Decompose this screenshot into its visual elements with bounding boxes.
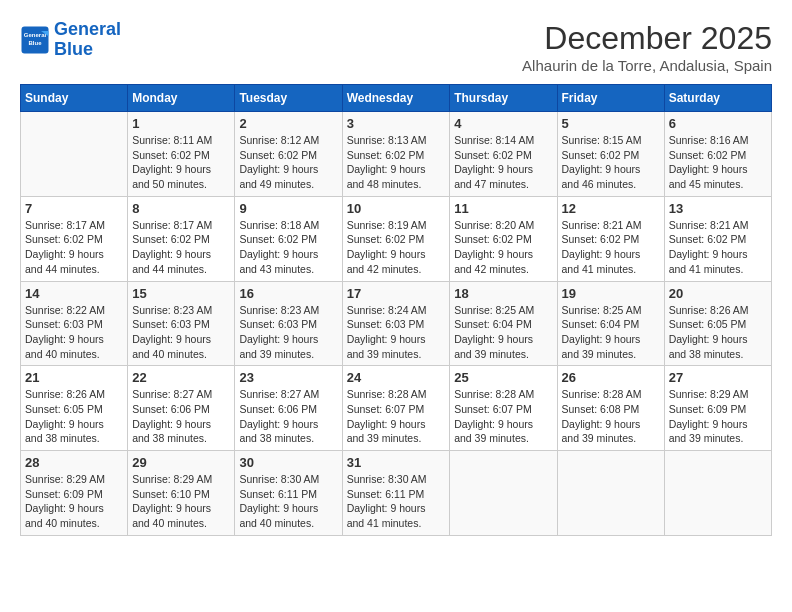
day-info: Sunrise: 8:24 AM Sunset: 6:03 PM Dayligh… — [347, 303, 446, 362]
weekday-header-tuesday: Tuesday — [235, 85, 342, 112]
day-info: Sunrise: 8:28 AM Sunset: 6:08 PM Dayligh… — [562, 387, 660, 446]
day-number: 8 — [132, 201, 230, 216]
day-number: 16 — [239, 286, 337, 301]
day-number: 9 — [239, 201, 337, 216]
day-number: 6 — [669, 116, 767, 131]
day-cell: 26Sunrise: 8:28 AM Sunset: 6:08 PM Dayli… — [557, 366, 664, 451]
day-cell: 12Sunrise: 8:21 AM Sunset: 6:02 PM Dayli… — [557, 196, 664, 281]
day-number: 25 — [454, 370, 552, 385]
logo-line2: Blue — [54, 39, 93, 59]
day-number: 7 — [25, 201, 123, 216]
day-number: 22 — [132, 370, 230, 385]
day-info: Sunrise: 8:17 AM Sunset: 6:02 PM Dayligh… — [132, 218, 230, 277]
day-cell: 20Sunrise: 8:26 AM Sunset: 6:05 PM Dayli… — [664, 281, 771, 366]
day-cell: 23Sunrise: 8:27 AM Sunset: 6:06 PM Dayli… — [235, 366, 342, 451]
day-info: Sunrise: 8:28 AM Sunset: 6:07 PM Dayligh… — [454, 387, 552, 446]
weekday-header-thursday: Thursday — [450, 85, 557, 112]
day-cell: 2Sunrise: 8:12 AM Sunset: 6:02 PM Daylig… — [235, 112, 342, 197]
logo-icon: General Blue — [20, 25, 50, 55]
week-row-5: 28Sunrise: 8:29 AM Sunset: 6:09 PM Dayli… — [21, 451, 772, 536]
day-info: Sunrise: 8:28 AM Sunset: 6:07 PM Dayligh… — [347, 387, 446, 446]
day-cell: 4Sunrise: 8:14 AM Sunset: 6:02 PM Daylig… — [450, 112, 557, 197]
day-number: 19 — [562, 286, 660, 301]
day-number: 31 — [347, 455, 446, 470]
svg-text:General: General — [24, 32, 47, 38]
logo-line1: General — [54, 19, 121, 39]
day-cell: 15Sunrise: 8:23 AM Sunset: 6:03 PM Dayli… — [128, 281, 235, 366]
day-info: Sunrise: 8:23 AM Sunset: 6:03 PM Dayligh… — [239, 303, 337, 362]
weekday-header-saturday: Saturday — [664, 85, 771, 112]
day-cell: 6Sunrise: 8:16 AM Sunset: 6:02 PM Daylig… — [664, 112, 771, 197]
day-cell: 1Sunrise: 8:11 AM Sunset: 6:02 PM Daylig… — [128, 112, 235, 197]
day-info: Sunrise: 8:19 AM Sunset: 6:02 PM Dayligh… — [347, 218, 446, 277]
month-title: December 2025 — [522, 20, 772, 57]
location: Alhaurin de la Torre, Andalusia, Spain — [522, 57, 772, 74]
day-info: Sunrise: 8:30 AM Sunset: 6:11 PM Dayligh… — [239, 472, 337, 531]
day-info: Sunrise: 8:29 AM Sunset: 6:09 PM Dayligh… — [25, 472, 123, 531]
day-cell: 31Sunrise: 8:30 AM Sunset: 6:11 PM Dayli… — [342, 451, 450, 536]
day-cell: 16Sunrise: 8:23 AM Sunset: 6:03 PM Dayli… — [235, 281, 342, 366]
day-number: 26 — [562, 370, 660, 385]
day-number: 3 — [347, 116, 446, 131]
day-cell — [21, 112, 128, 197]
day-cell: 10Sunrise: 8:19 AM Sunset: 6:02 PM Dayli… — [342, 196, 450, 281]
day-cell: 5Sunrise: 8:15 AM Sunset: 6:02 PM Daylig… — [557, 112, 664, 197]
day-cell — [450, 451, 557, 536]
title-section: December 2025 Alhaurin de la Torre, Anda… — [522, 20, 772, 74]
day-info: Sunrise: 8:11 AM Sunset: 6:02 PM Dayligh… — [132, 133, 230, 192]
day-number: 1 — [132, 116, 230, 131]
day-cell: 7Sunrise: 8:17 AM Sunset: 6:02 PM Daylig… — [21, 196, 128, 281]
day-info: Sunrise: 8:21 AM Sunset: 6:02 PM Dayligh… — [562, 218, 660, 277]
day-number: 21 — [25, 370, 123, 385]
weekday-header-monday: Monday — [128, 85, 235, 112]
svg-text:Blue: Blue — [28, 40, 42, 46]
day-info: Sunrise: 8:12 AM Sunset: 6:02 PM Dayligh… — [239, 133, 337, 192]
day-cell: 28Sunrise: 8:29 AM Sunset: 6:09 PM Dayli… — [21, 451, 128, 536]
week-row-2: 7Sunrise: 8:17 AM Sunset: 6:02 PM Daylig… — [21, 196, 772, 281]
day-number: 30 — [239, 455, 337, 470]
day-cell: 19Sunrise: 8:25 AM Sunset: 6:04 PM Dayli… — [557, 281, 664, 366]
day-info: Sunrise: 8:14 AM Sunset: 6:02 PM Dayligh… — [454, 133, 552, 192]
day-number: 29 — [132, 455, 230, 470]
day-cell — [664, 451, 771, 536]
day-info: Sunrise: 8:21 AM Sunset: 6:02 PM Dayligh… — [669, 218, 767, 277]
day-number: 15 — [132, 286, 230, 301]
day-info: Sunrise: 8:18 AM Sunset: 6:02 PM Dayligh… — [239, 218, 337, 277]
day-number: 2 — [239, 116, 337, 131]
day-number: 12 — [562, 201, 660, 216]
day-number: 14 — [25, 286, 123, 301]
day-cell: 21Sunrise: 8:26 AM Sunset: 6:05 PM Dayli… — [21, 366, 128, 451]
day-cell: 30Sunrise: 8:30 AM Sunset: 6:11 PM Dayli… — [235, 451, 342, 536]
week-row-3: 14Sunrise: 8:22 AM Sunset: 6:03 PM Dayli… — [21, 281, 772, 366]
day-cell: 24Sunrise: 8:28 AM Sunset: 6:07 PM Dayli… — [342, 366, 450, 451]
day-number: 13 — [669, 201, 767, 216]
day-cell: 13Sunrise: 8:21 AM Sunset: 6:02 PM Dayli… — [664, 196, 771, 281]
day-number: 11 — [454, 201, 552, 216]
day-info: Sunrise: 8:30 AM Sunset: 6:11 PM Dayligh… — [347, 472, 446, 531]
day-cell: 11Sunrise: 8:20 AM Sunset: 6:02 PM Dayli… — [450, 196, 557, 281]
week-row-4: 21Sunrise: 8:26 AM Sunset: 6:05 PM Dayli… — [21, 366, 772, 451]
weekday-header-friday: Friday — [557, 85, 664, 112]
day-info: Sunrise: 8:27 AM Sunset: 6:06 PM Dayligh… — [239, 387, 337, 446]
day-info: Sunrise: 8:27 AM Sunset: 6:06 PM Dayligh… — [132, 387, 230, 446]
day-number: 28 — [25, 455, 123, 470]
week-row-1: 1Sunrise: 8:11 AM Sunset: 6:02 PM Daylig… — [21, 112, 772, 197]
day-info: Sunrise: 8:25 AM Sunset: 6:04 PM Dayligh… — [562, 303, 660, 362]
weekday-header-wednesday: Wednesday — [342, 85, 450, 112]
day-info: Sunrise: 8:25 AM Sunset: 6:04 PM Dayligh… — [454, 303, 552, 362]
weekday-header-row: SundayMondayTuesdayWednesdayThursdayFrid… — [21, 85, 772, 112]
day-cell — [557, 451, 664, 536]
page-header: General Blue General Blue December 2025 … — [20, 20, 772, 74]
day-info: Sunrise: 8:23 AM Sunset: 6:03 PM Dayligh… — [132, 303, 230, 362]
day-cell: 14Sunrise: 8:22 AM Sunset: 6:03 PM Dayli… — [21, 281, 128, 366]
day-info: Sunrise: 8:15 AM Sunset: 6:02 PM Dayligh… — [562, 133, 660, 192]
day-cell: 17Sunrise: 8:24 AM Sunset: 6:03 PM Dayli… — [342, 281, 450, 366]
day-cell: 18Sunrise: 8:25 AM Sunset: 6:04 PM Dayli… — [450, 281, 557, 366]
day-number: 18 — [454, 286, 552, 301]
logo: General Blue General Blue — [20, 20, 121, 60]
day-cell: 8Sunrise: 8:17 AM Sunset: 6:02 PM Daylig… — [128, 196, 235, 281]
day-info: Sunrise: 8:20 AM Sunset: 6:02 PM Dayligh… — [454, 218, 552, 277]
day-number: 24 — [347, 370, 446, 385]
day-number: 23 — [239, 370, 337, 385]
day-info: Sunrise: 8:29 AM Sunset: 6:10 PM Dayligh… — [132, 472, 230, 531]
